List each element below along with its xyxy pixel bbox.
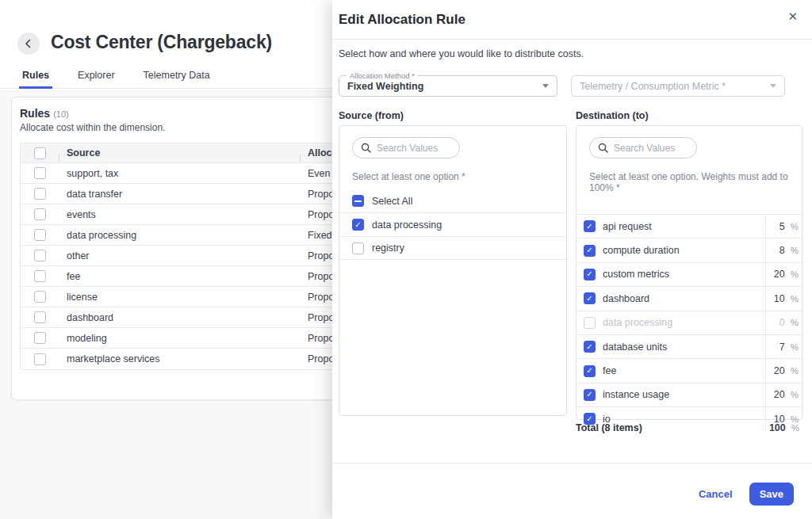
destination-option-label: compute duration xyxy=(603,245,765,256)
destination-search-input[interactable]: Search Values xyxy=(589,137,697,158)
telemetry-metric-select[interactable]: Telemetry / Consumption Metric * xyxy=(571,75,785,97)
percent-sign: % xyxy=(791,222,799,231)
search-icon xyxy=(361,143,371,153)
source-column-header: Source xyxy=(59,147,300,158)
row-checkbox[interactable] xyxy=(34,353,46,365)
tab-rules[interactable]: Rules xyxy=(19,70,52,89)
select-all-checkbox[interactable] xyxy=(352,195,364,207)
rules-count: (10) xyxy=(53,109,69,119)
page-title: Cost Center (Chargeback) xyxy=(51,32,272,53)
weight-input[interactable]: 20 xyxy=(774,389,785,400)
save-button[interactable]: Save xyxy=(749,483,794,506)
destination-option-fee[interactable]: fee20% xyxy=(576,358,802,382)
destination-checkbox-cell xyxy=(576,317,603,329)
destination-option-label: instance usage xyxy=(603,389,765,400)
row-checkbox-cell xyxy=(21,311,59,323)
allocation-method-value: Fixed Weighting xyxy=(347,81,423,92)
row-source: data transfer xyxy=(59,189,300,200)
weight-input[interactable]: 20 xyxy=(774,365,785,376)
drawer-footer: Cancel Save xyxy=(699,483,794,506)
source-option-registry[interactable]: registry xyxy=(339,236,566,260)
weight-input: 0 xyxy=(779,317,785,328)
weight-input[interactable]: 10 xyxy=(774,293,785,304)
destination-checkbox-cell xyxy=(576,341,603,353)
row-source: marketplace services xyxy=(59,353,300,364)
select-all-row[interactable]: Select All xyxy=(339,189,566,212)
percent-sign: % xyxy=(791,366,799,376)
percent-sign: % xyxy=(791,294,799,303)
destination-section-heading: Destination (to) xyxy=(576,110,649,121)
weight-cell: 20% xyxy=(765,359,802,382)
destination-checkbox-cell xyxy=(576,220,603,232)
destination-option-api-request[interactable]: api request5% xyxy=(576,214,802,238)
weight-cell: 8% xyxy=(765,239,802,261)
close-icon[interactable]: ✕ xyxy=(787,10,798,22)
percent-sign: % xyxy=(791,269,799,279)
destination-helper-text: Select at least one option. Weights must… xyxy=(589,171,789,193)
allocation-method-select[interactable]: Allocation Method * Fixed Weighting xyxy=(339,75,557,97)
checkbox-checked[interactable] xyxy=(584,365,596,377)
telemetry-metric-placeholder: Telemetry / Consumption Metric * xyxy=(580,81,726,92)
destination-option-dashboard[interactable]: dashboard10% xyxy=(576,286,802,310)
tab-explorer[interactable]: Explorer xyxy=(75,70,118,89)
source-search-input[interactable]: Search Values xyxy=(352,137,460,158)
row-checkbox[interactable] xyxy=(34,311,46,323)
row-checkbox[interactable] xyxy=(34,229,46,241)
destination-options-box: Search Values Select at least one option… xyxy=(576,125,802,420)
checkbox-checked[interactable] xyxy=(584,220,596,232)
weight-input[interactable]: 5 xyxy=(779,221,785,232)
allocation-method-label: Allocation Method * xyxy=(347,71,418,80)
row-checkbox[interactable] xyxy=(34,270,46,282)
chevron-left-icon xyxy=(24,39,33,48)
total-label: Total (8 items) xyxy=(576,422,642,433)
destination-total-row: Total (8 items) 100 % xyxy=(576,422,802,433)
row-checkbox[interactable] xyxy=(34,167,46,179)
row-source: data processing xyxy=(59,230,300,241)
tab-telemetry-data[interactable]: Telemetry Data xyxy=(140,70,213,89)
weight-cell: 20% xyxy=(765,263,802,286)
checkbox-checked[interactable] xyxy=(352,219,364,231)
destination-option-database-units[interactable]: database units7% xyxy=(576,334,802,358)
source-option-data-processing[interactable]: data processing xyxy=(339,212,566,236)
row-checkbox[interactable] xyxy=(34,188,46,200)
drawer-subtitle: Select how and where you would like to d… xyxy=(339,48,584,59)
weight-input[interactable]: 7 xyxy=(779,342,785,353)
source-search-placeholder: Search Values xyxy=(377,143,438,154)
checkbox-checked[interactable] xyxy=(584,245,596,257)
destination-checkbox-cell xyxy=(576,269,603,280)
destination-option-label: data processing xyxy=(603,317,765,328)
destination-option-label: custom metrics xyxy=(603,269,765,280)
weight-cell: 7% xyxy=(765,335,802,358)
weight-input[interactable]: 20 xyxy=(774,269,785,280)
destination-option-instance-usage[interactable]: instance usage20% xyxy=(576,383,802,406)
weight-cell: 0% xyxy=(765,311,802,334)
cancel-button[interactable]: Cancel xyxy=(699,488,733,500)
row-checkbox[interactable] xyxy=(34,208,46,220)
row-checkbox[interactable] xyxy=(34,250,46,261)
row-checkbox[interactable] xyxy=(34,291,46,303)
back-button[interactable] xyxy=(17,32,40,55)
checkbox-checked[interactable] xyxy=(584,341,596,353)
chevron-down-icon xyxy=(770,84,776,88)
row-checkbox[interactable] xyxy=(34,332,46,344)
edit-allocation-rule-drawer: Edit Allocation Rule ✕ Select how and wh… xyxy=(332,0,812,519)
row-checkbox-cell xyxy=(21,229,59,241)
row-source: other xyxy=(59,250,300,261)
source-options-list: data processingregistry xyxy=(339,212,566,260)
checkbox-checked[interactable] xyxy=(584,292,596,304)
weight-cell: 20% xyxy=(765,384,802,406)
drawer-header: Edit Allocation Rule ✕ xyxy=(332,0,812,40)
destination-option-data-processing[interactable]: data processing0% xyxy=(576,311,802,334)
checkbox-unchecked[interactable] xyxy=(352,242,364,254)
destination-option-custom-metrics[interactable]: custom metrics20% xyxy=(576,262,802,286)
select-all-rows-checkbox[interactable] xyxy=(34,147,46,159)
checkbox-checked[interactable] xyxy=(584,269,596,280)
percent-sign: % xyxy=(791,318,799,327)
row-checkbox-cell xyxy=(21,291,59,303)
percent-sign: % xyxy=(791,342,799,352)
percent-sign: % xyxy=(791,390,799,399)
weight-input[interactable]: 8 xyxy=(779,245,785,256)
destination-option-compute-duration[interactable]: compute duration8% xyxy=(576,238,802,261)
checkbox-checked[interactable] xyxy=(584,389,596,401)
row-checkbox-cell xyxy=(21,332,59,344)
